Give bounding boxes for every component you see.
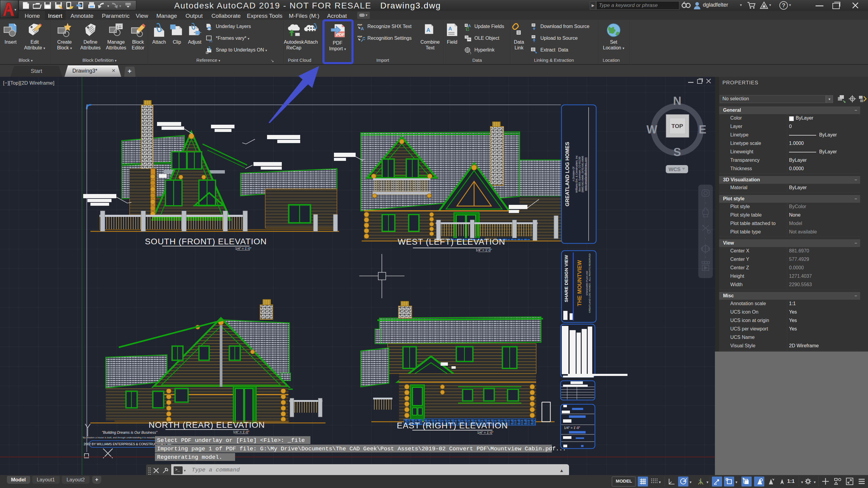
svg-text:THE MOUNTVIEW: THE MOUNTVIEW xyxy=(577,260,583,306)
svg-text:WEST (LEFT) ELEVATION: WEST (LEFT) ELEVATION xyxy=(398,237,505,247)
svg-text:1/4" = 1'-0": 1/4" = 1'-0" xyxy=(477,431,493,434)
svg-text:WCS: WCS xyxy=(669,167,681,172)
svg-text:(x): (x) xyxy=(209,39,213,42)
svg-text:A: A xyxy=(361,26,364,31)
svg-text:Select PDF underlay or [File]: Select PDF underlay or [File] <File>: _f… xyxy=(157,437,305,444)
svg-text:1/4" = 1'-0": 1/4" = 1'-0" xyxy=(235,247,251,250)
svg-text:1/4" = 1'-0": 1/4" = 1'-0" xyxy=(475,248,492,252)
svg-text:PDF: PDF xyxy=(358,35,362,38)
svg-text:SOUTH (FRONT) ELEVATION: SOUTH (FRONT) ELEVATION xyxy=(145,237,267,246)
svg-text:Importing page 1 of PDF file:: Importing page 1 of PDF file: G:\My Driv… xyxy=(157,446,566,452)
svg-text:www.greatlandloghomes.com: www.greatlandloghomes.com xyxy=(584,157,587,191)
svg-text:EAST (RIGHT) ELEVATION: EAST (RIGHT) ELEVATION xyxy=(397,421,508,430)
svg-text:(888) 641-0496, (970) 641-0496: (888) 641-0496, (970) 641-0496 xyxy=(581,156,584,192)
svg-text:TOP: TOP xyxy=(672,123,683,129)
svg-text:1/4" = 1'-0": 1/4" = 1'-0" xyxy=(564,426,580,429)
svg-text:GREATLAND LOG HOMES: GREATLAND LOG HOMES xyxy=(564,142,570,206)
svg-text:"Building Dreams is Our Busine: "Building Dreams is Our Business" xyxy=(102,430,158,435)
svg-text:PDF: PDF xyxy=(358,24,362,26)
svg-text:Williams Ent. & Constructors,: Williams Ent. & Constructors, Inc xyxy=(575,155,578,193)
svg-text:▾: ▾ xyxy=(119,4,121,8)
svg-text:A: A xyxy=(426,27,430,33)
svg-text:NORTH (REAR) ELEVATION: NORTH (REAR) ELEVATION xyxy=(149,420,265,429)
svg-text:SHARE DESIGN VIEW: SHARE DESIGN VIEW xyxy=(564,255,569,302)
svg-text:A Division Of: A Division Of xyxy=(572,167,575,181)
svg-text:Regenerating model.: Regenerating model. xyxy=(157,454,222,461)
svg-text:A: A xyxy=(448,26,452,32)
svg-text:N: N xyxy=(673,95,681,107)
svg-text:STANDARD PLAN #02: STANDARD PLAN #02 xyxy=(586,270,588,295)
svg-text:S: S xyxy=(673,146,681,158)
svg-text:W: W xyxy=(647,123,657,136)
svg-text:1/4" = 1'-0": 1/4" = 1'-0" xyxy=(233,430,249,434)
svg-text:▾: ▾ xyxy=(107,4,109,8)
svg-text:E: E xyxy=(699,123,706,136)
svg-text:Box 683, Gunnison, CO 81230: Box 683, Gunnison, CO 81230 xyxy=(578,157,581,192)
svg-text:GREATLAND LOG HOMES - ALL RIGH: GREATLAND LOG HOMES - ALL RIGHTS RESERVE… xyxy=(588,253,591,313)
